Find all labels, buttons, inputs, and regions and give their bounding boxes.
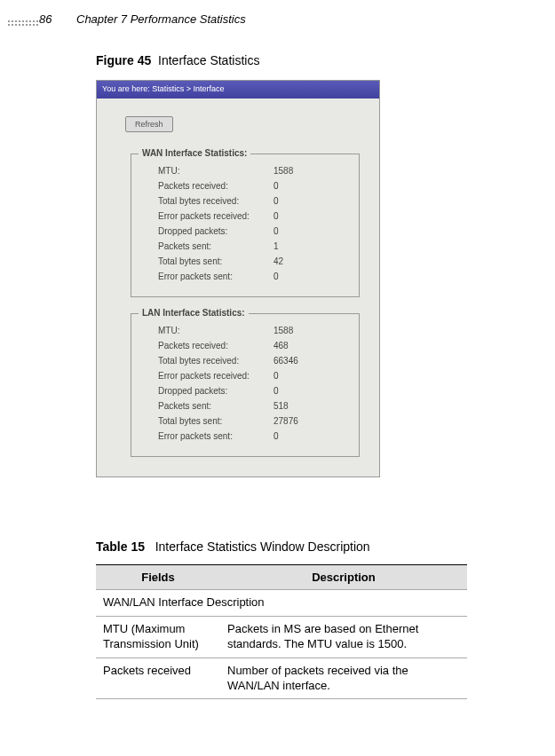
stat-row: Packets sent:518	[158, 398, 355, 413]
table-label: Table 15	[96, 539, 145, 554]
table-header-description: Description	[220, 565, 467, 590]
stat-row: Packets received:0	[158, 178, 355, 193]
stat-row: MTU:1588	[158, 323, 355, 338]
stat-row: Error packets sent:0	[158, 269, 355, 284]
stat-row: Total bytes sent:27876	[158, 413, 355, 429]
stat-row: MTU:1588	[158, 163, 355, 178]
stat-row: Error packets sent:0	[158, 429, 355, 444]
figure-label: Figure 45	[96, 53, 151, 67]
description-table: Fields Description WAN/LAN Interface Des…	[96, 564, 467, 699]
table-section-row: WAN/LAN Interface Description	[96, 590, 467, 617]
window-titlebar: You are here: Statistics > Interface	[97, 81, 379, 98]
header-decoration	[7, 20, 39, 27]
table-header-fields: Fields	[96, 565, 220, 590]
wan-legend: WAN Interface Statistics:	[139, 148, 250, 158]
stat-row: Packets sent:1	[158, 239, 355, 254]
wan-statistics-fieldset: WAN Interface Statistics: MTU:1588 Packe…	[131, 154, 360, 297]
stat-row: Error packets received:0	[158, 368, 355, 383]
table-cell-desc: Packets in MS are based on Ethernet stan…	[220, 616, 467, 658]
interface-statistics-screenshot: You are here: Statistics > Interface Ref…	[96, 80, 380, 477]
stat-row: Total bytes received:66346	[158, 353, 355, 368]
table-row: MTU (Maximum Transmission Unit) Packets …	[96, 616, 467, 658]
lan-legend: LAN Interface Statistics:	[139, 308, 249, 318]
stat-row: Total bytes sent:42	[158, 254, 355, 269]
stat-row: Packets received:468	[158, 338, 355, 353]
chapter-title: Chapter 7 Performance Statistics	[76, 12, 246, 26]
stat-row: Total bytes received:0	[158, 193, 355, 209]
figure-caption: Figure 45 Interface Statistics	[96, 53, 259, 67]
table-cell-field: Packets received	[96, 658, 220, 699]
stat-row: Dropped packets:0	[158, 383, 355, 398]
table-row: Packets received Number of packets recei…	[96, 658, 467, 699]
table-cell-field: MTU (Maximum Transmission Unit)	[96, 616, 220, 658]
table-caption: Table 15 Interface Statistics Window Des…	[96, 539, 370, 554]
lan-statistics-fieldset: LAN Interface Statistics: MTU:1588 Packe…	[131, 313, 360, 457]
table-section-label: WAN/LAN Interface Description	[96, 590, 467, 617]
figure-title: Interface Statistics	[158, 53, 259, 67]
page-number: 86	[39, 12, 52, 26]
table-title: Interface Statistics Window Description	[155, 539, 370, 554]
table-cell-desc: Number of packets received via the WAN/L…	[220, 658, 467, 699]
stat-row: Error packets received:0	[158, 209, 355, 224]
refresh-button[interactable]: Refresh	[125, 116, 173, 132]
stat-row: Dropped packets:0	[158, 224, 355, 239]
